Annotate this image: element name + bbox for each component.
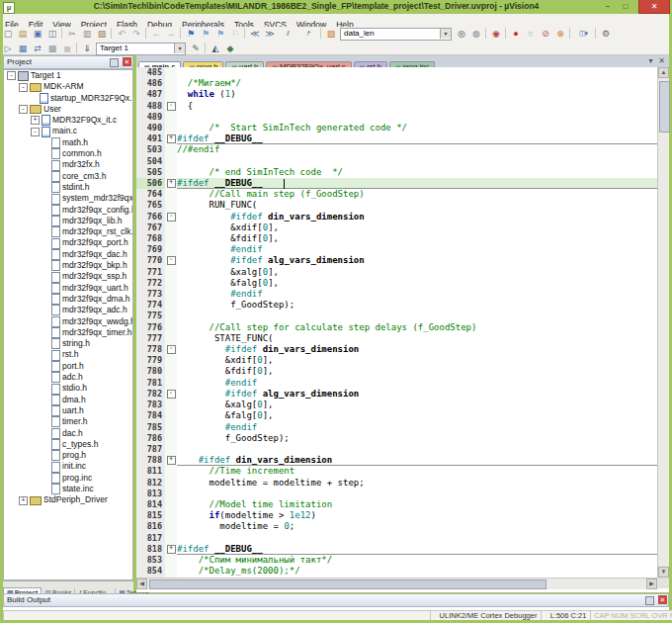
code-editor[interactable]: 485486 /*Мигаем*/487 while (1)488- {4894… (136, 67, 658, 578)
tree-item[interactable]: port.h (4, 361, 132, 372)
tree-item[interactable]: state.inc (4, 484, 132, 494)
tree-item[interactable]: startup_MDR32F9Qx.s (4, 93, 132, 104)
tree-item[interactable]: dma.h (4, 395, 132, 405)
fold-collapsed-icon[interactable]: + (165, 134, 177, 144)
indent-right-icon[interactable]: ≫ (263, 28, 277, 40)
tree-item[interactable]: init.inc (4, 461, 132, 472)
collapse-icon[interactable]: - (19, 105, 28, 114)
project-panel-close-icon[interactable]: ✕ (123, 57, 131, 66)
target-options-icon[interactable]: ✎ (189, 43, 203, 54)
start-debug-icon[interactable]: ◭ (209, 43, 222, 54)
tree-item[interactable]: core_cm3.h (4, 171, 132, 182)
tree-item[interactable]: mdr32f9qx_dac.h (4, 249, 132, 260)
fold-open-icon[interactable]: - (165, 255, 177, 266)
undo-icon[interactable]: ↶ (115, 28, 128, 40)
tree-item[interactable]: mdr32f9qx_adc.h (4, 305, 132, 315)
os-support-icon[interactable]: ◆ (223, 43, 237, 54)
search-combo[interactable]: data_len▾ (340, 28, 452, 41)
tree-item[interactable]: string.h (4, 338, 132, 349)
tree-item[interactable]: mdr32f9qx_lib.h (4, 216, 132, 226)
save-all-icon[interactable]: ◫ (45, 28, 59, 40)
tree-item[interactable]: uart.h (4, 405, 132, 416)
tree-item[interactable]: prog.h (4, 450, 132, 461)
tree-item[interactable]: mdr32f9qx_wwdg.h (4, 316, 132, 327)
fold-box-icon[interactable]: - (167, 102, 176, 111)
tree-item[interactable]: timer.h (4, 416, 132, 427)
window-layout-icon[interactable]: ◫▾ (573, 28, 593, 40)
tree-item[interactable]: -MDK-ARM (4, 81, 132, 92)
tree-item[interactable]: mdr32f9qx_timer.h (4, 327, 132, 338)
fold-box-icon[interactable]: - (167, 390, 176, 399)
tree-item[interactable]: mdr32f9qx_ssp.h (4, 271, 132, 282)
vertical-scroll-thumb[interactable] (659, 81, 670, 133)
bookmark-clear-all-icon[interactable]: ⚐ (228, 28, 242, 40)
tree-item[interactable]: mdr32f9qx_config.h (4, 205, 132, 216)
bookmark-toggle-icon[interactable]: ⚑ (184, 28, 198, 40)
navigate-forward-icon[interactable]: → (164, 28, 178, 40)
fold-box-icon[interactable]: + (167, 134, 176, 143)
fold-collapsed-icon[interactable]: + (165, 455, 177, 466)
tree-item[interactable]: stdio.h (4, 383, 132, 394)
find-icon[interactable]: ◎ (455, 28, 468, 40)
fold-box-icon[interactable]: + (167, 456, 176, 465)
build-icon[interactable]: ▦ (16, 43, 30, 54)
tree-item[interactable]: -User (4, 104, 132, 115)
incremental-find-icon[interactable]: ◍ (469, 28, 483, 40)
tree-item[interactable]: +StdPeriph_Driver (4, 494, 132, 505)
translate-icon[interactable]: ▷ (1, 43, 15, 54)
stop-build-icon[interactable]: ◼ (60, 43, 74, 54)
breakpoint-disable-all-icon[interactable]: ⊘ (539, 28, 552, 40)
fold-open-icon[interactable]: - (165, 212, 177, 222)
navigate-back-icon[interactable]: ← (149, 28, 163, 40)
build-output-close-icon[interactable]: ✕ (658, 595, 667, 604)
tab-close-icon[interactable]: ✕ (656, 56, 667, 65)
maximize-button[interactable]: □ (617, 0, 634, 13)
paste-icon[interactable]: ▨ (95, 28, 109, 40)
horizontal-scroll-thumb[interactable] (149, 579, 546, 589)
fold-open-icon[interactable]: - (165, 101, 177, 112)
horizontal-scrollbar[interactable]: ◀ ▶ (136, 578, 658, 589)
cut-icon[interactable]: ✂ (65, 28, 79, 40)
breakpoint-kill-all-icon[interactable]: ⊗ (553, 28, 567, 40)
redo-icon[interactable]: ↷ (129, 28, 143, 40)
tree-item[interactable]: +MDR32F9Qx_it.c (4, 115, 132, 126)
tree-item[interactable]: stdint.h (4, 182, 132, 193)
breakpoint-insert-icon[interactable]: ● (509, 28, 523, 40)
collapse-icon[interactable]: - (31, 128, 40, 136)
tree-item[interactable]: adc.h (4, 372, 132, 383)
find-next-icon[interactable]: ◉ (489, 28, 503, 40)
chevron-down-icon[interactable]: ▾ (440, 29, 451, 39)
fold-box-icon[interactable]: - (167, 213, 176, 222)
tab-list-icon[interactable]: ▾ (645, 56, 656, 65)
tree-item[interactable]: rst.h (4, 349, 132, 360)
find-in-files-icon[interactable]: ▧ (324, 28, 338, 40)
save-icon[interactable]: ▣ (31, 28, 44, 40)
copy-icon[interactable]: ▥ (80, 28, 94, 40)
fold-open-icon[interactable]: - (165, 389, 177, 400)
tree-item[interactable]: math.h (4, 137, 132, 148)
fold-box-icon[interactable]: - (167, 345, 176, 354)
vertical-scrollbar[interactable]: ▲ ▼ (657, 67, 669, 578)
rebuild-icon[interactable]: ⇄ (31, 43, 44, 54)
tree-item[interactable]: c_types.h (4, 439, 132, 450)
tree-item[interactable]: prog.inc (4, 473, 132, 484)
tree-item[interactable]: mdr32f9qx_bkp.h (4, 260, 132, 271)
fold-box-icon[interactable]: - (167, 256, 176, 265)
fold-collapsed-icon[interactable]: + (165, 178, 177, 189)
scroll-down-icon[interactable]: ▼ (658, 567, 669, 578)
tree-item[interactable]: mdr32f9qx_dma.h (4, 294, 132, 305)
uncomment-selection-icon[interactable]: /* (298, 28, 318, 40)
batch-build-icon[interactable]: ▩ (45, 43, 59, 54)
tree-item[interactable]: mdr32f9qx_rst_clk.h (4, 226, 132, 237)
fold-open-icon[interactable]: - (165, 344, 177, 355)
collapse-icon[interactable]: - (7, 71, 16, 80)
tree-item[interactable]: -main.c (4, 126, 132, 136)
scroll-right-icon[interactable]: ▶ (646, 578, 657, 589)
pin-icon[interactable] (645, 596, 654, 605)
expand-icon[interactable]: + (31, 116, 40, 125)
close-button[interactable]: ✕ (638, 0, 670, 14)
new-file-icon[interactable]: ▢ (1, 28, 15, 40)
breakpoint-enable-icon[interactable]: ○ (524, 28, 538, 40)
fold-collapsed-icon[interactable]: + (165, 544, 177, 555)
collapse-icon[interactable]: - (19, 83, 28, 92)
